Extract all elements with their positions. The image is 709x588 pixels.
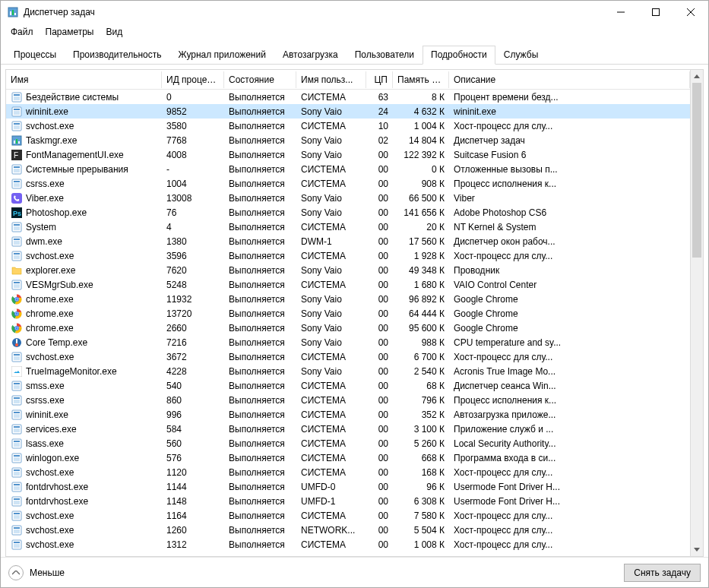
scroll-up-icon[interactable]: [691, 70, 703, 83]
menu-file[interactable]: Файл: [5, 25, 39, 39]
svg-rect-97: [14, 542, 20, 543]
cell-name: wininit.exe: [26, 106, 68, 117]
close-button[interactable]: [673, 1, 708, 24]
cell-name: svchost.exe: [26, 121, 74, 131]
header-cpu[interactable]: ЦП: [366, 71, 393, 88]
fewer-details-label: Меньше: [30, 567, 65, 578]
process-icon: [11, 322, 23, 334]
svg-rect-12: [14, 109, 20, 110]
header-mem[interactable]: Память (ч...: [393, 71, 449, 88]
header-pid[interactable]: ИД процес...: [162, 71, 224, 88]
svg-rect-34: [14, 226, 20, 230]
cell-name: svchost.exe: [26, 539, 74, 550]
cell-state: Выполняется: [224, 536, 296, 553]
process-icon: [11, 134, 23, 147]
svg-rect-71: [14, 414, 20, 418]
minimize-button[interactable]: [603, 1, 638, 24]
svg-rect-18: [14, 141, 15, 144]
app-icon: [7, 6, 19, 18]
process-icon: [11, 221, 23, 233]
cell-name: winlogon.exe: [26, 453, 79, 463]
process-icon: [11, 423, 23, 435]
process-icon: [11, 438, 23, 450]
maximize-button[interactable]: [638, 1, 673, 24]
table-rows: Бездействие системы0ВыполняетсяСИСТЕМА63…: [6, 90, 690, 556]
process-icon: [11, 250, 23, 262]
svg-rect-27: [14, 181, 20, 182]
cell-name: explorer.exe: [26, 265, 75, 276]
process-icon: [11, 481, 23, 493]
cell-name: Taskmgr.exe: [26, 135, 77, 146]
svg-rect-61: [14, 356, 20, 360]
svg-text:Ps: Ps: [13, 210, 21, 217]
svg-rect-25: [14, 169, 20, 172]
scroll-thumb[interactable]: [692, 83, 701, 258]
svg-rect-28: [14, 183, 20, 187]
svg-rect-76: [14, 441, 20, 442]
header-desc[interactable]: Описание: [449, 71, 690, 88]
cell-name: Core Temp.exe: [26, 337, 87, 348]
svg-point-58: [15, 343, 18, 346]
menu-view[interactable]: Вид: [100, 25, 128, 39]
process-icon: [11, 524, 23, 536]
chevron-up-icon: [8, 565, 24, 580]
cell-name: fontdrvhost.exe: [26, 482, 88, 492]
fewer-details-toggle[interactable]: Меньше: [8, 565, 624, 580]
cell-name: chrome.exe: [26, 323, 74, 334]
table-header-row: Имя ИД процес... Состояние Имя польз... …: [6, 70, 690, 90]
cell-name: chrome.exe: [26, 308, 74, 319]
end-task-button[interactable]: Снять задачу: [624, 564, 701, 582]
cell-name: csrss.exe: [26, 395, 65, 406]
header-user[interactable]: Имя польз...: [296, 71, 366, 88]
cell-name: svchost.exe: [26, 251, 74, 261]
cell-name: System: [26, 222, 56, 232]
tabs-row: ПроцессыПроизводительностьЖурнал приложе…: [1, 40, 708, 65]
header-state[interactable]: Состояние: [224, 71, 296, 88]
svg-rect-68: [14, 400, 20, 403]
svg-point-47: [15, 298, 17, 300]
header-name[interactable]: Имя: [6, 71, 162, 88]
svg-rect-13: [14, 111, 20, 115]
svg-rect-65: [14, 385, 20, 389]
svg-rect-10: [14, 96, 20, 100]
process-icon: [11, 91, 23, 103]
svg-rect-94: [14, 527, 20, 529]
tab-2[interactable]: Журнал приложений: [170, 46, 274, 65]
vertical-scrollbar[interactable]: [690, 70, 703, 556]
svg-rect-60: [14, 354, 20, 356]
svg-rect-67: [14, 397, 20, 399]
process-icon: [11, 539, 23, 551]
svg-rect-92: [14, 515, 20, 519]
process-table: Имя ИД процес... Состояние Имя польз... …: [5, 69, 704, 557]
cell-name: csrss.exe: [26, 179, 65, 189]
tab-0[interactable]: Процессы: [5, 46, 65, 65]
svg-rect-85: [14, 484, 20, 485]
process-icon: [11, 120, 23, 132]
cell-desc: Хост-процесс для слу...: [449, 536, 690, 553]
table-row[interactable]: svchost.exe1312ВыполняетсяСИСТЕМА001 008…: [6, 537, 690, 552]
tab-1[interactable]: Производительность: [65, 46, 169, 65]
scroll-track[interactable]: [691, 83, 703, 543]
process-icon: [11, 452, 23, 464]
svg-rect-91: [14, 513, 20, 514]
tab-4[interactable]: Пользователи: [347, 46, 423, 65]
tab-3[interactable]: Автозагрузка: [274, 46, 347, 65]
window-title: Диспетчер задач: [24, 7, 603, 17]
tab-5[interactable]: Подробности: [423, 46, 495, 65]
footer: Меньше Снять задачу: [1, 557, 708, 587]
svg-rect-42: [14, 282, 20, 283]
process-icon: [11, 236, 23, 248]
cell-name: svchost.exe: [26, 467, 74, 478]
cell-name: Системные прерывания: [26, 164, 128, 175]
process-icon: [11, 337, 23, 349]
svg-rect-98: [14, 544, 20, 548]
menu-options[interactable]: Параметры: [40, 25, 100, 39]
cell-name: dwm.exe: [26, 236, 62, 247]
svg-rect-24: [14, 166, 20, 168]
cell-name: FontManagementUI.exe: [26, 150, 124, 160]
svg-rect-29: [11, 193, 22, 204]
tab-6[interactable]: Службы: [495, 46, 546, 65]
process-icon: F: [11, 149, 23, 161]
svg-rect-83: [14, 472, 20, 476]
scroll-down-icon[interactable]: [691, 543, 703, 556]
